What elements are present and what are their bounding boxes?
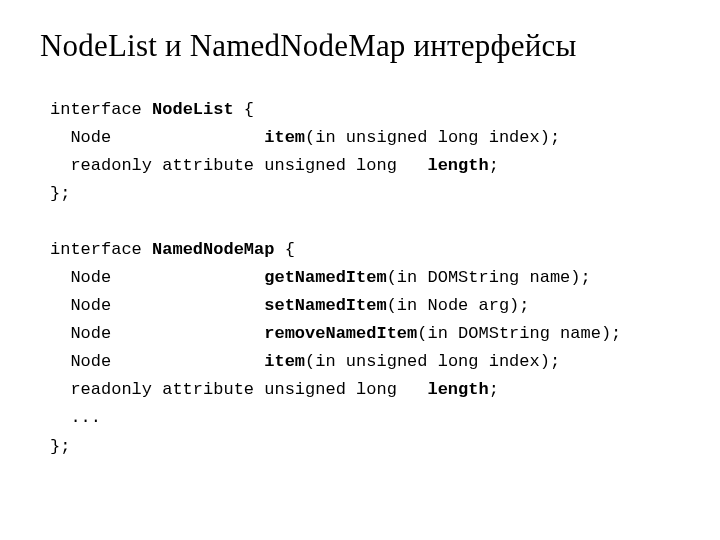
- code-bold: item: [264, 128, 305, 147]
- code-text: {: [234, 100, 254, 119]
- code-text: {: [274, 240, 294, 259]
- code-text: };: [50, 184, 70, 203]
- spacer: [40, 208, 680, 236]
- code-text: (in unsigned long index);: [305, 128, 560, 147]
- code-text: (in DOMString name);: [417, 324, 621, 343]
- code-text: interface: [50, 240, 152, 259]
- code-bold: removeNamedItem: [264, 324, 417, 343]
- code-text: (in Node arg);: [387, 296, 530, 315]
- code-text: Node: [50, 352, 264, 371]
- code-bold: NodeList: [152, 100, 234, 119]
- page-title: NodeList и NamedNodeMap интерфейсы: [40, 28, 680, 64]
- code-bold: setNamedItem: [264, 296, 386, 315]
- code-text: };: [50, 437, 70, 456]
- code-bold: length: [427, 380, 488, 399]
- code-block-nodelist: interface NodeList { Node item(in unsign…: [40, 96, 680, 208]
- code-bold: item: [264, 352, 305, 371]
- code-text: Node: [50, 296, 264, 315]
- code-text: ;: [489, 380, 499, 399]
- code-text: ...: [50, 408, 101, 427]
- code-text: readonly attribute unsigned long: [50, 380, 427, 399]
- code-text: readonly attribute unsigned long: [50, 156, 427, 175]
- code-bold: getNamedItem: [264, 268, 386, 287]
- code-bold: length: [427, 156, 488, 175]
- code-text: Node: [50, 324, 264, 343]
- code-text: (in unsigned long index);: [305, 352, 560, 371]
- code-bold: NamedNodeMap: [152, 240, 274, 259]
- code-text: Node: [50, 128, 264, 147]
- code-text: Node: [50, 268, 264, 287]
- code-text: (in DOMString name);: [387, 268, 591, 287]
- code-block-namednodemap: interface NamedNodeMap { Node getNamedIt…: [40, 236, 680, 460]
- code-text: interface: [50, 100, 152, 119]
- code-text: ;: [489, 156, 499, 175]
